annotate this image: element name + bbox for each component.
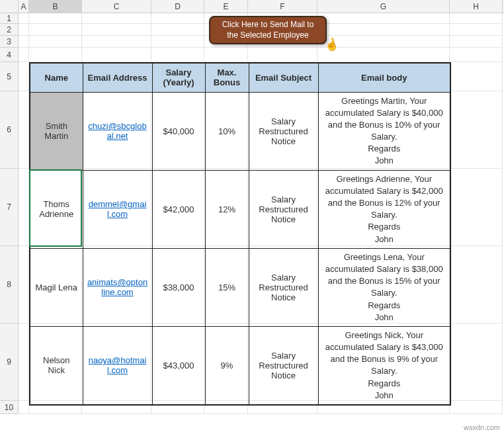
cell-subject[interactable]: Salary Restructured Notice <box>249 92 318 170</box>
cell-email[interactable]: demmel@gmail.com <box>83 170 152 248</box>
column-header-row: A B C D E F G H <box>0 0 504 13</box>
col-header-G[interactable]: G <box>317 0 450 13</box>
send-mail-button-label: Click Here to Send Mail to the Selected … <box>216 20 320 40</box>
table-row: Smith Martinchuzi@sbcglobal.net$40,00010… <box>30 92 450 170</box>
row-header-7[interactable]: 7 <box>0 169 19 246</box>
row-header-6[interactable]: 6 <box>0 91 19 169</box>
table-row: Magil Lenaanimats@optonline.com$38,00015… <box>30 248 450 326</box>
row-header-8[interactable]: 8 <box>0 246 19 324</box>
cell-email[interactable]: animats@optonline.com <box>83 248 152 326</box>
select-all-corner[interactable] <box>0 0 19 13</box>
col-header-H[interactable]: H <box>450 0 503 13</box>
cell-body[interactable]: Greetings Martin, Your accumulated Salar… <box>318 92 450 170</box>
cell-email[interactable]: naoya@hotmail.com <box>83 326 152 405</box>
row-header-9[interactable]: 9 <box>0 324 19 401</box>
row-header-4[interactable]: 4 <box>0 48 19 62</box>
col-header-D[interactable]: D <box>151 0 204 13</box>
cell-bonus[interactable]: 10% <box>205 92 249 170</box>
col-header-E[interactable]: E <box>204 0 248 13</box>
col-header-B[interactable]: B <box>29 0 82 13</box>
cell-bonus[interactable]: 12% <box>205 170 249 248</box>
cell-subject[interactable]: Salary Restructured Notice <box>249 170 318 248</box>
cell-body[interactable]: Greetings Adrienne, Your accumulated Sal… <box>318 170 450 248</box>
email-link[interactable]: demmel@gmail.com <box>89 199 147 219</box>
cell-body[interactable]: Greetings Nick, Your accumulated Salary … <box>318 326 450 405</box>
row-header-5[interactable]: 5 <box>0 62 19 91</box>
header-name[interactable]: Name <box>30 63 83 92</box>
employee-table: Name Email Address Salary (Yearly) Max. … <box>29 62 451 406</box>
col-header-A[interactable]: A <box>19 0 29 13</box>
col-header-C[interactable]: C <box>82 0 151 13</box>
cell-name[interactable]: Thoms Adrienne <box>30 170 83 248</box>
table-row: Nelson Nicknaoya@hotmail.com$43,0009%Sal… <box>30 326 450 405</box>
cell-body[interactable]: Greetings Lena, Your accumulated Salary … <box>318 248 450 326</box>
cell-email[interactable]: chuzi@sbcglobal.net <box>83 92 152 170</box>
email-link[interactable]: naoya@hotmail.com <box>89 355 147 375</box>
row-header-10[interactable]: 10 <box>0 401 19 414</box>
spreadsheet-grid: A B C D E F G H 1 2 3 4 5 6 7 8 9 10 Cli… <box>0 0 504 434</box>
cell-salary[interactable]: $43,000 <box>152 326 205 405</box>
header-salary[interactable]: Salary (Yearly) <box>152 63 205 92</box>
cell-salary[interactable]: $38,000 <box>152 248 205 326</box>
row-header-2[interactable]: 2 <box>0 24 19 36</box>
cell-name[interactable]: Smith Martin <box>30 92 83 170</box>
table-row: Thoms Adriennedemmel@gmail.com$42,00012%… <box>30 170 450 248</box>
header-email[interactable]: Email Address <box>83 63 152 92</box>
row-header-3[interactable]: 3 <box>0 36 19 48</box>
header-bonus[interactable]: Max. Bonus <box>205 63 249 92</box>
cell-bonus[interactable]: 15% <box>205 248 249 326</box>
header-subject[interactable]: Email Subject <box>249 63 318 92</box>
watermark: wsxdn.com <box>464 423 500 431</box>
send-mail-button[interactable]: Click Here to Send Mail to the Selected … <box>209 16 327 44</box>
cell-name[interactable]: Magil Lena <box>30 248 83 326</box>
header-body[interactable]: Email body <box>318 63 450 92</box>
row-header-1[interactable]: 1 <box>0 13 19 24</box>
cell-salary[interactable]: $42,000 <box>152 170 205 248</box>
email-link[interactable]: chuzi@sbcglobal.net <box>88 121 146 141</box>
table-header-row: Name Email Address Salary (Yearly) Max. … <box>30 63 450 92</box>
email-link[interactable]: animats@optonline.com <box>87 277 147 297</box>
cell-bonus[interactable]: 9% <box>205 326 249 405</box>
cell-salary[interactable]: $40,000 <box>152 92 205 170</box>
cell-subject[interactable]: Salary Restructured Notice <box>249 248 318 326</box>
row-header-col: 1 2 3 4 5 6 7 8 9 10 <box>0 13 19 414</box>
cell-subject[interactable]: Salary Restructured Notice <box>249 326 318 405</box>
cell-name[interactable]: Nelson Nick <box>30 326 83 405</box>
col-header-F[interactable]: F <box>248 0 317 13</box>
